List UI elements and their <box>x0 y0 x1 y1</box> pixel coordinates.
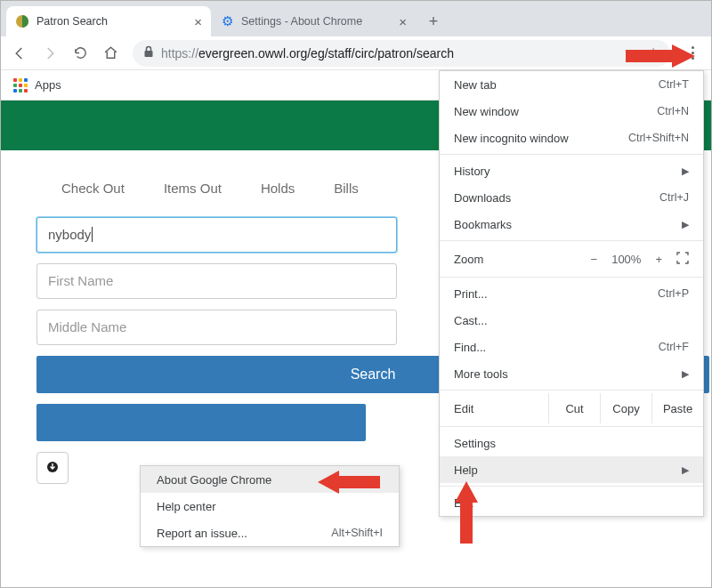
chrome-main-menu: New tab Ctrl+T New window Ctrl+N New inc… <box>439 70 704 517</box>
first-name-placeholder: First Name <box>48 273 113 288</box>
menu-new-incognito[interactable]: New incognito window Ctrl+Shift+N <box>440 125 703 151</box>
chevron-right-icon: ▶ <box>682 165 689 177</box>
menu-find[interactable]: Find... Ctrl+F <box>440 334 703 360</box>
search-button-label: Search <box>351 366 396 383</box>
tab-strip: Patron Search × ⚙ Settings - About Chrom… <box>1 1 711 36</box>
last-name-value: nybody <box>48 227 93 242</box>
reload-button[interactable] <box>67 40 93 67</box>
svg-marker-9 <box>455 481 478 544</box>
edit-cut[interactable]: Cut <box>548 393 600 423</box>
edit-copy[interactable]: Copy <box>600 393 651 423</box>
annotation-arrow-kebab <box>626 44 695 68</box>
tab-title: Patron Search <box>36 15 108 28</box>
svg-marker-7 <box>626 44 695 68</box>
middle-name-placeholder: Middle Name <box>48 319 126 334</box>
annotation-arrow-help <box>455 481 478 544</box>
subtab-checkout[interactable]: Check Out <box>61 181 125 196</box>
tab-title: Settings - About Chrome <box>241 15 362 28</box>
menu-bookmarks[interactable]: Bookmarks ▶ <box>440 211 703 238</box>
close-icon[interactable]: × <box>194 14 202 29</box>
menu-print[interactable]: Print... Ctrl+P <box>440 280 703 307</box>
browser-tab-settings[interactable]: ⚙ Settings - About Chrome × <box>211 6 416 36</box>
browser-toolbar: https://evergreen.owwl.org/eg/staff/circ… <box>1 36 711 70</box>
middle-name-field[interactable]: Middle Name <box>36 310 397 345</box>
menu-cast[interactable]: Cast... <box>440 307 703 334</box>
menu-exit[interactable]: Exit <box>440 489 703 516</box>
last-name-field[interactable]: nybody <box>36 217 397 253</box>
menu-help[interactable]: Help ▶ <box>440 456 703 483</box>
menu-more-tools[interactable]: More tools ▶ <box>440 360 703 387</box>
edit-label: Edit <box>440 393 548 423</box>
home-button[interactable] <box>97 40 124 67</box>
lock-icon <box>143 45 154 60</box>
forward-button[interactable] <box>36 40 63 67</box>
new-tab-button[interactable]: + <box>421 9 446 34</box>
menu-new-tab[interactable]: New tab Ctrl+T <box>440 71 703 98</box>
annotation-arrow-about <box>318 471 380 494</box>
subtab-holds[interactable]: Holds <box>261 181 295 196</box>
edit-paste[interactable]: Paste <box>651 393 703 423</box>
svg-marker-8 <box>318 471 380 494</box>
menu-new-window[interactable]: New window Ctrl+N <box>440 98 703 125</box>
menu-edit-row: Edit Cut Copy Paste <box>440 393 703 423</box>
svg-rect-5 <box>145 51 153 57</box>
back-button[interactable] <box>6 40 33 67</box>
menu-settings[interactable]: Settings <box>440 430 703 456</box>
download-icon <box>46 461 59 476</box>
close-icon[interactable]: × <box>399 14 407 29</box>
subtab-bills[interactable]: Bills <box>334 181 359 196</box>
zoom-out-button[interactable]: − <box>591 253 598 266</box>
chevron-right-icon: ▶ <box>682 368 689 380</box>
apps-link[interactable]: Apps <box>35 78 61 92</box>
fullscreen-icon[interactable] <box>676 252 689 267</box>
chevron-right-icon: ▶ <box>682 219 689 230</box>
zoom-in-button[interactable]: + <box>655 253 662 266</box>
chevron-right-icon: ▶ <box>682 464 689 476</box>
apps-icon <box>13 78 28 93</box>
zoom-value: 100% <box>611 253 641 266</box>
menu-downloads[interactable]: Downloads Ctrl+J <box>440 184 703 211</box>
url-text: https://evergreen.owwl.org/eg/staff/circ… <box>161 46 454 60</box>
gear-icon: ⚙ <box>220 14 234 28</box>
zoom-label: Zoom <box>454 253 591 266</box>
first-name-field[interactable]: First Name <box>36 263 397 299</box>
submenu-help-center[interactable]: Help center <box>141 493 399 520</box>
leaf-icon <box>15 14 29 28</box>
menu-zoom-row: Zoom − 100% + <box>440 244 703 274</box>
browser-tab-patron-search[interactable]: Patron Search × <box>6 6 211 36</box>
menu-history[interactable]: History ▶ <box>440 157 703 184</box>
submenu-report-issue[interactable]: Report an issue... Alt+Shift+I <box>141 520 399 546</box>
secondary-blue-bar[interactable] <box>36 404 366 441</box>
address-bar[interactable]: https://evergreen.owwl.org/eg/staff/circ… <box>133 40 670 67</box>
subtab-itemsout[interactable]: Items Out <box>164 181 222 196</box>
download-indicator[interactable] <box>36 452 69 484</box>
